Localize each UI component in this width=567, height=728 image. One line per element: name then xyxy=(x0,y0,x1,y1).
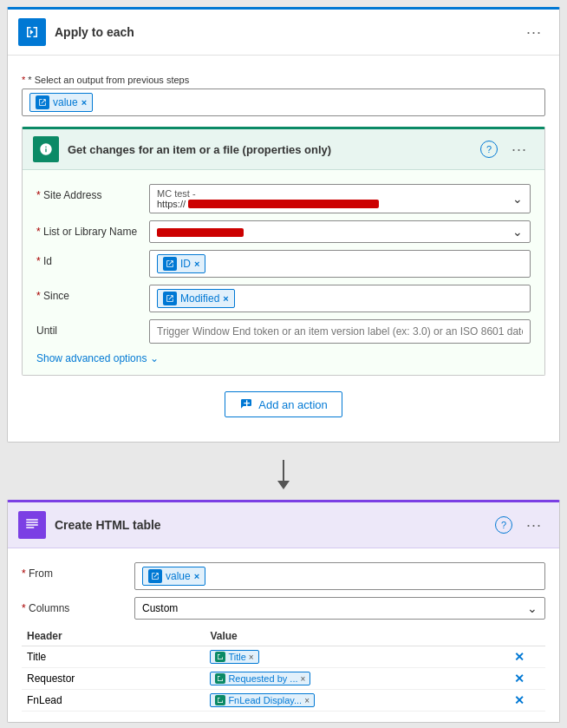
from-content: value × xyxy=(134,562,545,590)
since-label: Since xyxy=(36,285,149,302)
arrow-head xyxy=(277,481,290,489)
value-tag-sm: Title × xyxy=(210,650,258,664)
since-tag-close[interactable]: × xyxy=(223,293,228,304)
list-library-value xyxy=(157,226,244,238)
list-library-label: List or Library Name xyxy=(36,220,149,238)
delete-row-button[interactable]: ✕ xyxy=(514,693,525,707)
since-content: Modified × xyxy=(149,285,531,312)
advanced-options-label: Show advanced options xyxy=(36,352,147,364)
advanced-options-chevron: ⌄ xyxy=(150,352,159,364)
site-address-row: Site Address MC test - https:// ⌄ xyxy=(36,184,531,213)
apply-card-title: Apply to each xyxy=(55,25,519,39)
get-changes-body: Site Address MC test - https:// ⌄ xyxy=(23,170,544,375)
value-tag-sm-text: Requested by ... xyxy=(228,673,297,684)
get-changes-header: Get changes for an item or a file (prope… xyxy=(23,129,544,170)
header-cell: Title xyxy=(22,646,205,668)
id-tag-text: ID xyxy=(180,258,191,270)
delete-cell: ✕ xyxy=(493,646,545,668)
arrow-line xyxy=(283,460,284,481)
value-tag-close[interactable]: × xyxy=(81,97,87,108)
id-tag: ID × xyxy=(157,254,205,273)
html-card-help[interactable]: ? xyxy=(495,516,512,534)
columns-content: Custom ⌄ xyxy=(134,597,545,620)
value-tag: value × xyxy=(29,93,93,112)
columns-row: Columns Custom ⌄ xyxy=(22,597,545,620)
until-label: Until xyxy=(36,319,149,337)
table-row: Requestor Requested by ... × ✕ xyxy=(22,668,545,690)
html-card-ellipsis[interactable]: ··· xyxy=(519,513,549,538)
create-html-table-card: Create HTML table ? ··· From value × xyxy=(7,500,560,723)
value-tag-sm-text: Title xyxy=(228,652,245,662)
list-library-arrow: ⌄ xyxy=(512,225,523,239)
delete-cell: ✕ xyxy=(493,690,545,712)
columns-table: Header Value Title Title × ✕ xyxy=(22,626,545,712)
apply-card-ellipsis[interactable]: ··· xyxy=(519,20,549,45)
since-input[interactable]: Modified × xyxy=(149,285,531,312)
since-tag-text: Modified xyxy=(180,292,219,305)
from-input[interactable]: value × xyxy=(134,562,545,590)
delete-row-button[interactable]: ✕ xyxy=(514,672,525,685)
site-address-content: MC test - https:// ⌄ xyxy=(149,184,531,213)
get-changes-icon xyxy=(33,136,59,162)
columns-dropdown[interactable]: Custom ⌄ xyxy=(134,597,545,620)
from-tag-text: value xyxy=(166,570,191,582)
columns-arrow: ⌄ xyxy=(527,601,538,615)
html-card-icon xyxy=(18,511,46,539)
id-tag-close[interactable]: × xyxy=(194,259,199,269)
value-tag-sm-close[interactable]: × xyxy=(301,674,306,684)
apply-card-body: * Select an output from previous steps v… xyxy=(8,56,559,442)
since-tag: Modified × xyxy=(157,289,235,308)
from-label: From xyxy=(22,562,134,580)
value-cell: Requested by ... × xyxy=(205,668,492,690)
html-card-title: Create HTML table xyxy=(55,518,495,532)
id-row: Id ID × xyxy=(36,250,531,278)
apply-to-each-card: Apply to each ··· * Select an output fro… xyxy=(7,7,560,443)
until-content xyxy=(149,319,531,344)
add-action-container: Add an action xyxy=(22,376,545,428)
list-library-dropdown[interactable]: ⌄ xyxy=(149,220,531,243)
value-tag-sm-text: FnLead Display... xyxy=(228,695,302,705)
from-tag: value × xyxy=(142,567,205,586)
select-output-input[interactable]: value × xyxy=(22,89,545,116)
table-row: Title Title × ✕ xyxy=(22,646,545,668)
select-output-label: * Select an output from previous steps xyxy=(22,75,545,85)
value-tag-sm: Requested by ... × xyxy=(210,672,310,685)
value-cell: Title × xyxy=(205,646,492,668)
get-changes-card: Get changes for an item or a file (prope… xyxy=(22,127,545,376)
html-card-header: Create HTML table ? ··· xyxy=(8,502,559,548)
value-tag-sm-icon xyxy=(215,652,225,662)
value-tag-text: value xyxy=(53,96,78,108)
value-tag-sm-close[interactable]: × xyxy=(249,653,254,662)
value-tag-icon xyxy=(36,95,49,109)
value-col-header: Value xyxy=(205,626,492,646)
apply-card-header: Apply to each ··· xyxy=(8,10,559,56)
until-input[interactable] xyxy=(149,319,531,344)
connector-arrow xyxy=(0,449,567,500)
value-tag-sm-close[interactable]: × xyxy=(304,696,310,705)
advanced-options-toggle[interactable]: Show advanced options ⌄ xyxy=(36,352,531,364)
id-content: ID × xyxy=(149,250,531,278)
table-row: FnLead FnLead Display... × ✕ xyxy=(22,690,545,712)
delete-cell: ✕ xyxy=(493,668,545,690)
from-tag-close[interactable]: × xyxy=(194,571,199,581)
delete-row-button[interactable]: ✕ xyxy=(514,650,525,664)
until-row: Until xyxy=(36,319,531,344)
site-address-value: MC test - https:// xyxy=(157,188,379,209)
value-tag-sm-icon xyxy=(215,673,225,684)
get-changes-title: Get changes for an item or a file (prope… xyxy=(68,143,480,156)
value-tag-sm-icon xyxy=(215,695,225,705)
header-cell: FnLead xyxy=(22,690,205,712)
apply-icon xyxy=(18,18,46,46)
add-action-button[interactable]: Add an action xyxy=(225,391,342,417)
add-action-label: Add an action xyxy=(258,398,328,411)
site-address-arrow: ⌄ xyxy=(512,192,523,206)
from-tag-icon xyxy=(148,569,162,583)
site-address-dropdown[interactable]: MC test - https:// ⌄ xyxy=(149,184,531,213)
get-changes-help[interactable]: ? xyxy=(480,141,498,158)
list-library-row: List or Library Name ⌄ xyxy=(36,220,531,243)
id-input[interactable]: ID × xyxy=(149,250,531,278)
site-addr-redacted: https:// xyxy=(157,199,379,209)
get-changes-ellipsis[interactable]: ··· xyxy=(505,137,534,162)
columns-label: Columns xyxy=(22,597,134,614)
delete-col-header xyxy=(493,626,545,646)
